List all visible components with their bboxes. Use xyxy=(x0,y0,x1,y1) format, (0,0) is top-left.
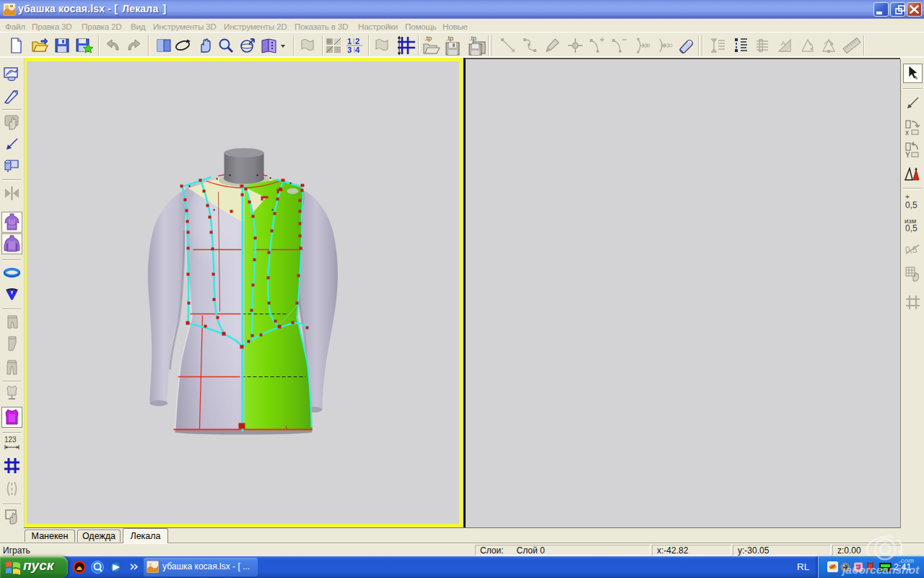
svg-text:A: A xyxy=(781,40,785,47)
svg-text:0,5: 0,5 xyxy=(905,200,918,210)
svg-text:3: 3 xyxy=(347,46,352,54)
svg-text:.tp: .tp xyxy=(446,35,453,42)
svg-text:Y: Y xyxy=(905,151,910,159)
svg-text:.tp: .tp xyxy=(424,35,432,42)
svg-text:.tp: .tp xyxy=(469,35,476,42)
svg-text:4: 4 xyxy=(355,46,360,54)
svg-text:0,5: 0,5 xyxy=(905,223,918,233)
svg-text:123: 123 xyxy=(4,436,17,444)
svg-text:x: x xyxy=(905,129,909,137)
svg-text:1: 1 xyxy=(347,37,352,46)
svg-text:2: 2 xyxy=(355,37,359,46)
